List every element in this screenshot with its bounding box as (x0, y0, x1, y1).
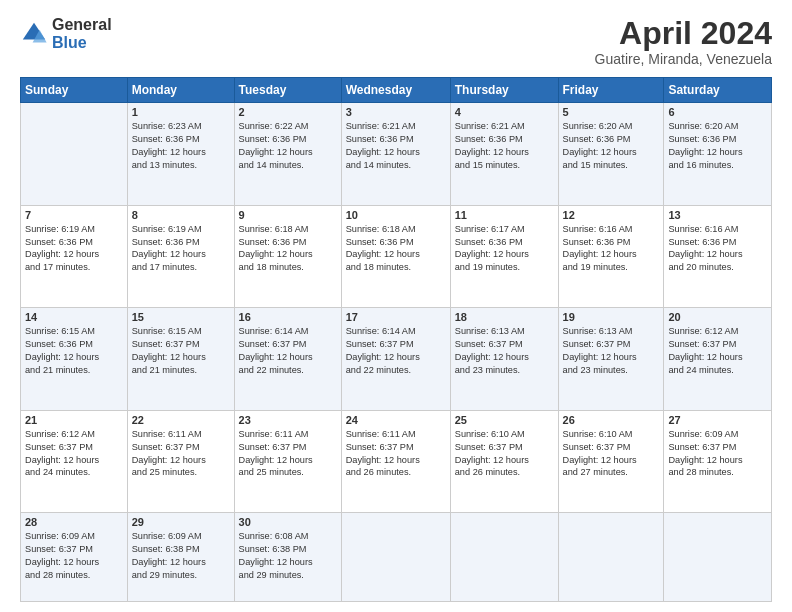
day-info: Sunrise: 6:11 AM Sunset: 6:37 PM Dayligh… (239, 428, 337, 480)
calendar-week-row: 7Sunrise: 6:19 AM Sunset: 6:36 PM Daylig… (21, 205, 772, 308)
calendar-cell (664, 513, 772, 602)
day-info: Sunrise: 6:13 AM Sunset: 6:37 PM Dayligh… (563, 325, 660, 377)
calendar-dow-friday: Friday (558, 78, 664, 103)
calendar-cell: 15Sunrise: 6:15 AM Sunset: 6:37 PM Dayli… (127, 308, 234, 411)
day-info: Sunrise: 6:11 AM Sunset: 6:37 PM Dayligh… (346, 428, 446, 480)
calendar-cell: 17Sunrise: 6:14 AM Sunset: 6:37 PM Dayli… (341, 308, 450, 411)
calendar-dow-sunday: Sunday (21, 78, 128, 103)
day-number: 28 (25, 516, 123, 528)
logo-text: General Blue (52, 16, 112, 51)
calendar-dow-monday: Monday (127, 78, 234, 103)
calendar-dow-tuesday: Tuesday (234, 78, 341, 103)
calendar-dow-saturday: Saturday (664, 78, 772, 103)
day-number: 16 (239, 311, 337, 323)
calendar-cell: 22Sunrise: 6:11 AM Sunset: 6:37 PM Dayli… (127, 410, 234, 513)
calendar-week-row: 14Sunrise: 6:15 AM Sunset: 6:36 PM Dayli… (21, 308, 772, 411)
day-number: 1 (132, 106, 230, 118)
day-number: 20 (668, 311, 767, 323)
calendar-cell (450, 513, 558, 602)
calendar-cell (558, 513, 664, 602)
day-number: 13 (668, 209, 767, 221)
calendar-cell: 24Sunrise: 6:11 AM Sunset: 6:37 PM Dayli… (341, 410, 450, 513)
day-number: 18 (455, 311, 554, 323)
day-number: 22 (132, 414, 230, 426)
day-number: 7 (25, 209, 123, 221)
calendar-dow-wednesday: Wednesday (341, 78, 450, 103)
day-info: Sunrise: 6:17 AM Sunset: 6:36 PM Dayligh… (455, 223, 554, 275)
calendar-cell: 18Sunrise: 6:13 AM Sunset: 6:37 PM Dayli… (450, 308, 558, 411)
calendar-cell: 11Sunrise: 6:17 AM Sunset: 6:36 PM Dayli… (450, 205, 558, 308)
day-info: Sunrise: 6:21 AM Sunset: 6:36 PM Dayligh… (346, 120, 446, 172)
calendar-week-row: 21Sunrise: 6:12 AM Sunset: 6:37 PM Dayli… (21, 410, 772, 513)
day-number: 9 (239, 209, 337, 221)
calendar-week-row: 1Sunrise: 6:23 AM Sunset: 6:36 PM Daylig… (21, 103, 772, 206)
day-info: Sunrise: 6:16 AM Sunset: 6:36 PM Dayligh… (563, 223, 660, 275)
day-number: 30 (239, 516, 337, 528)
calendar-cell: 19Sunrise: 6:13 AM Sunset: 6:37 PM Dayli… (558, 308, 664, 411)
calendar-cell: 30Sunrise: 6:08 AM Sunset: 6:38 PM Dayli… (234, 513, 341, 602)
day-number: 2 (239, 106, 337, 118)
logo-icon (20, 20, 48, 48)
day-number: 6 (668, 106, 767, 118)
header: General Blue April 2024 Guatire, Miranda… (20, 16, 772, 67)
calendar-cell: 1Sunrise: 6:23 AM Sunset: 6:36 PM Daylig… (127, 103, 234, 206)
title-block: April 2024 Guatire, Miranda, Venezuela (595, 16, 772, 67)
logo-blue-text: Blue (52, 34, 112, 52)
day-info: Sunrise: 6:14 AM Sunset: 6:37 PM Dayligh… (346, 325, 446, 377)
calendar-cell (341, 513, 450, 602)
day-info: Sunrise: 6:19 AM Sunset: 6:36 PM Dayligh… (132, 223, 230, 275)
day-number: 10 (346, 209, 446, 221)
calendar-cell: 14Sunrise: 6:15 AM Sunset: 6:36 PM Dayli… (21, 308, 128, 411)
day-info: Sunrise: 6:20 AM Sunset: 6:36 PM Dayligh… (563, 120, 660, 172)
day-info: Sunrise: 6:18 AM Sunset: 6:36 PM Dayligh… (346, 223, 446, 275)
day-info: Sunrise: 6:10 AM Sunset: 6:37 PM Dayligh… (455, 428, 554, 480)
calendar-cell: 13Sunrise: 6:16 AM Sunset: 6:36 PM Dayli… (664, 205, 772, 308)
calendar-cell: 26Sunrise: 6:10 AM Sunset: 6:37 PM Dayli… (558, 410, 664, 513)
day-info: Sunrise: 6:09 AM Sunset: 6:38 PM Dayligh… (132, 530, 230, 582)
calendar-cell: 29Sunrise: 6:09 AM Sunset: 6:38 PM Dayli… (127, 513, 234, 602)
day-number: 19 (563, 311, 660, 323)
calendar-cell: 12Sunrise: 6:16 AM Sunset: 6:36 PM Dayli… (558, 205, 664, 308)
day-number: 26 (563, 414, 660, 426)
day-number: 14 (25, 311, 123, 323)
day-number: 12 (563, 209, 660, 221)
calendar-cell: 25Sunrise: 6:10 AM Sunset: 6:37 PM Dayli… (450, 410, 558, 513)
calendar-cell: 16Sunrise: 6:14 AM Sunset: 6:37 PM Dayli… (234, 308, 341, 411)
calendar-week-row: 28Sunrise: 6:09 AM Sunset: 6:37 PM Dayli… (21, 513, 772, 602)
calendar-cell: 8Sunrise: 6:19 AM Sunset: 6:36 PM Daylig… (127, 205, 234, 308)
day-info: Sunrise: 6:12 AM Sunset: 6:37 PM Dayligh… (668, 325, 767, 377)
calendar-cell: 5Sunrise: 6:20 AM Sunset: 6:36 PM Daylig… (558, 103, 664, 206)
day-info: Sunrise: 6:09 AM Sunset: 6:37 PM Dayligh… (25, 530, 123, 582)
day-number: 17 (346, 311, 446, 323)
calendar-dow-thursday: Thursday (450, 78, 558, 103)
logo: General Blue (20, 16, 112, 51)
day-number: 23 (239, 414, 337, 426)
day-number: 5 (563, 106, 660, 118)
day-number: 29 (132, 516, 230, 528)
calendar-cell: 2Sunrise: 6:22 AM Sunset: 6:36 PM Daylig… (234, 103, 341, 206)
day-info: Sunrise: 6:20 AM Sunset: 6:36 PM Dayligh… (668, 120, 767, 172)
day-number: 3 (346, 106, 446, 118)
calendar-cell: 4Sunrise: 6:21 AM Sunset: 6:36 PM Daylig… (450, 103, 558, 206)
calendar-cell: 9Sunrise: 6:18 AM Sunset: 6:36 PM Daylig… (234, 205, 341, 308)
day-info: Sunrise: 6:12 AM Sunset: 6:37 PM Dayligh… (25, 428, 123, 480)
calendar-cell (21, 103, 128, 206)
day-info: Sunrise: 6:22 AM Sunset: 6:36 PM Dayligh… (239, 120, 337, 172)
logo-general-text: General (52, 16, 112, 34)
day-info: Sunrise: 6:15 AM Sunset: 6:36 PM Dayligh… (25, 325, 123, 377)
calendar-table: SundayMondayTuesdayWednesdayThursdayFrid… (20, 77, 772, 602)
day-info: Sunrise: 6:16 AM Sunset: 6:36 PM Dayligh… (668, 223, 767, 275)
calendar-cell: 20Sunrise: 6:12 AM Sunset: 6:37 PM Dayli… (664, 308, 772, 411)
day-info: Sunrise: 6:09 AM Sunset: 6:37 PM Dayligh… (668, 428, 767, 480)
day-number: 8 (132, 209, 230, 221)
calendar-cell: 6Sunrise: 6:20 AM Sunset: 6:36 PM Daylig… (664, 103, 772, 206)
page: General Blue April 2024 Guatire, Miranda… (0, 0, 792, 612)
day-info: Sunrise: 6:14 AM Sunset: 6:37 PM Dayligh… (239, 325, 337, 377)
calendar-cell: 21Sunrise: 6:12 AM Sunset: 6:37 PM Dayli… (21, 410, 128, 513)
calendar-cell: 27Sunrise: 6:09 AM Sunset: 6:37 PM Dayli… (664, 410, 772, 513)
calendar-cell: 23Sunrise: 6:11 AM Sunset: 6:37 PM Dayli… (234, 410, 341, 513)
day-info: Sunrise: 6:23 AM Sunset: 6:36 PM Dayligh… (132, 120, 230, 172)
calendar-header-row: SundayMondayTuesdayWednesdayThursdayFrid… (21, 78, 772, 103)
day-number: 25 (455, 414, 554, 426)
day-info: Sunrise: 6:11 AM Sunset: 6:37 PM Dayligh… (132, 428, 230, 480)
